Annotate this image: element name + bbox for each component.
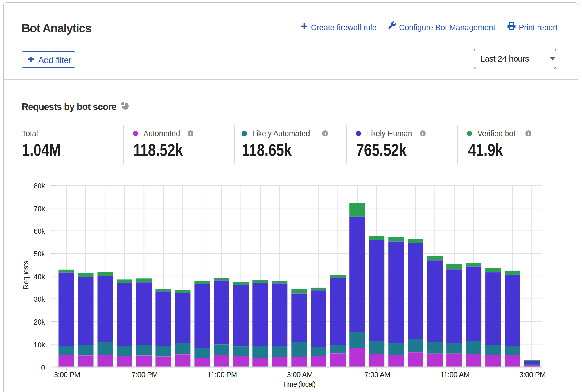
- svg-text:0: 0: [41, 363, 45, 372]
- svg-text:7:00 AM: 7:00 AM: [364, 370, 390, 379]
- svg-text:11:00 AM: 11:00 AM: [440, 370, 470, 379]
- svg-text:Requests: Requests: [22, 261, 30, 290]
- svg-text:10k: 10k: [34, 341, 46, 349]
- svg-text:Time (local): Time (local): [283, 380, 316, 388]
- svg-text:70k: 70k: [34, 204, 46, 213]
- svg-text:3:00 PM: 3:00 PM: [54, 370, 80, 379]
- svg-text:3:00 AM: 3:00 AM: [287, 370, 313, 379]
- svg-text:60k: 60k: [34, 227, 46, 235]
- svg-text:50k: 50k: [34, 250, 46, 258]
- svg-text:7:00 PM: 7:00 PM: [132, 370, 158, 379]
- svg-text:3:00 PM: 3:00 PM: [519, 370, 545, 379]
- svg-text:11:00 PM: 11:00 PM: [207, 370, 237, 379]
- svg-text:20k: 20k: [34, 318, 46, 326]
- svg-text:40k: 40k: [34, 272, 46, 281]
- svg-text:30k: 30k: [34, 295, 46, 303]
- svg-text:80k: 80k: [34, 182, 46, 190]
